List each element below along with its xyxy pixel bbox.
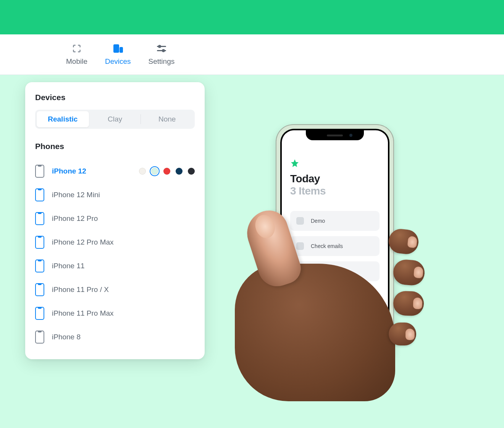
- todo-item[interactable]: Check emails: [290, 236, 380, 256]
- phone-icon: [35, 165, 44, 178]
- hand-finger: [393, 259, 425, 286]
- top-banner: [0, 0, 504, 34]
- device-label: iPhone 12 Pro Max: [52, 238, 195, 246]
- device-row-iphone-11[interactable]: iPhone 11: [35, 254, 195, 278]
- todo-label: Check emails: [311, 243, 343, 249]
- todo-label: Demo: [311, 218, 325, 224]
- device-label: iPhone 11 Pro Max: [52, 309, 195, 318]
- nav-tab-devices[interactable]: Devices: [98, 41, 138, 69]
- app-subtitle: 3 Items: [290, 185, 380, 197]
- sliders-icon: [157, 44, 166, 54]
- star-icon: [290, 159, 380, 170]
- color-swatch-red[interactable]: [163, 168, 170, 175]
- color-swatch-black[interactable]: [188, 168, 195, 175]
- devices-panel: Devices Realistic Clay None Phones iPhon…: [25, 82, 205, 359]
- phone-notch: [306, 130, 364, 140]
- device-row-iphone-11-pro-max[interactable]: iPhone 11 Pro Max: [35, 302, 195, 325]
- device-row-iphone-12-mini[interactable]: iPhone 12 Mini: [35, 183, 195, 207]
- phone-icon: [35, 307, 44, 320]
- device-label: iPhone 11: [52, 262, 195, 270]
- checkbox-icon[interactable]: [296, 242, 304, 250]
- nav-tab-settings[interactable]: Settings: [142, 41, 182, 69]
- phone-icon: [35, 283, 44, 296]
- todo-item[interactable]: Demo: [290, 211, 380, 231]
- section-heading-phones: Phones: [35, 142, 195, 151]
- device-row-iphone-12-pro[interactable]: iPhone 12 Pro: [35, 207, 195, 230]
- svg-rect-0: [113, 44, 119, 53]
- nav-tab-label: Mobile: [66, 57, 87, 66]
- device-label: iPhone 11 Pro / X: [52, 285, 195, 294]
- hand-finger: [389, 323, 416, 345]
- phone-icon: [35, 236, 44, 249]
- nav-tab-label: Settings: [149, 57, 175, 66]
- phone-icon: [35, 212, 44, 225]
- svg-point-5: [162, 49, 165, 52]
- checkbox-icon[interactable]: [296, 217, 304, 225]
- phone-preview-scene: Today 3 Items Demo Check emails Water pl…: [214, 96, 431, 386]
- color-swatch-navy[interactable]: [176, 168, 183, 175]
- hand-finger: [393, 291, 424, 316]
- nav-bar: Mobile Devices Settings: [0, 34, 504, 75]
- color-swatches: [139, 168, 195, 175]
- fullscreen-icon: [72, 44, 82, 54]
- nav-tab-mobile[interactable]: Mobile: [59, 41, 94, 69]
- device-row-iphone-12-pro-max[interactable]: iPhone 12 Pro Max: [35, 230, 195, 254]
- phone-icon: [35, 259, 44, 272]
- panel-title: Devices: [35, 93, 195, 102]
- svg-point-3: [158, 45, 161, 48]
- device-row-iphone-11-pro-x[interactable]: iPhone 11 Pro / X: [35, 278, 195, 302]
- nav-tab-label: Devices: [105, 57, 131, 66]
- device-label: iPhone 8: [52, 333, 195, 341]
- app-title: Today: [290, 173, 380, 185]
- devices-icon: [113, 44, 123, 54]
- phone-icon: [35, 331, 44, 344]
- device-label: iPhone 12 Mini: [52, 191, 195, 199]
- device-label: iPhone 12 Pro: [52, 214, 195, 223]
- device-row-iphone-12[interactable]: iPhone 12: [35, 159, 195, 183]
- device-label: iPhone 12: [52, 167, 131, 175]
- phone-icon: [35, 188, 44, 201]
- svg-rect-1: [120, 47, 123, 53]
- style-segmented-control: Realistic Clay None: [35, 110, 195, 129]
- segment-realistic[interactable]: Realistic: [37, 111, 89, 127]
- color-swatch-white[interactable]: [139, 168, 146, 175]
- segment-none[interactable]: None: [141, 111, 193, 127]
- device-row-iphone-8[interactable]: iPhone 8: [35, 325, 195, 349]
- segment-clay[interactable]: Clay: [89, 111, 141, 127]
- color-swatch-mint[interactable]: [151, 168, 158, 175]
- hand-palm: [235, 264, 395, 401]
